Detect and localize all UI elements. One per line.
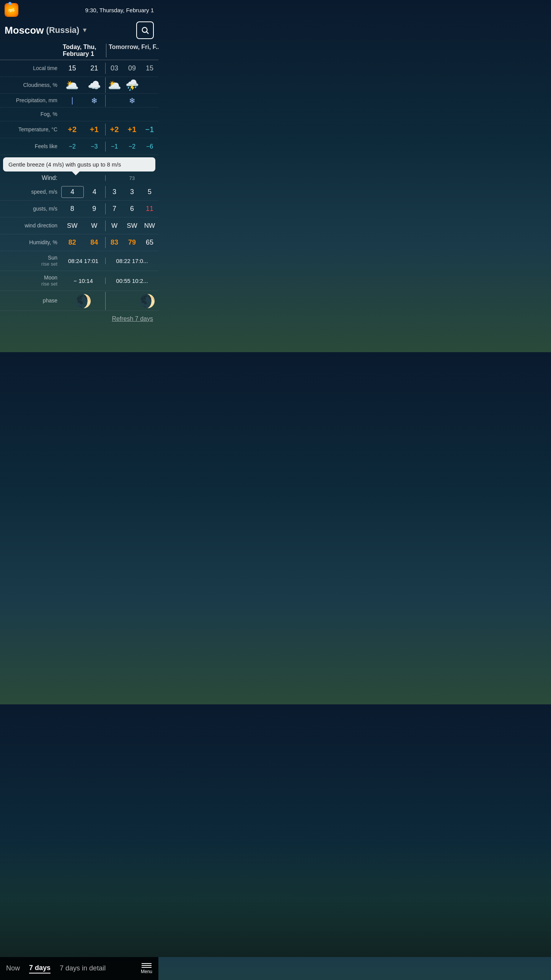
country-name: (Russia)	[46, 25, 80, 35]
fog-label: Fog, %	[0, 111, 61, 118]
wind-tooltip: Gentle breeze (4 m/s) with gusts up to 8…	[3, 157, 155, 172]
dir-today-2: W	[83, 220, 106, 231]
sun-today: 08:24 17:01	[68, 258, 98, 264]
humidity-row: Humidity, % 82 84 83 79 65	[0, 234, 158, 251]
humid-tomorrow-1: 83	[106, 237, 123, 248]
precipitation-label: Precipitation, mm	[0, 97, 61, 104]
precip-tomorrow-3	[141, 95, 158, 107]
fog-row: Fog, %	[0, 108, 158, 121]
humid-today-2: 84	[83, 237, 106, 248]
wind-section-label: Wind:	[42, 175, 57, 181]
temperature-row: Temperature, °C +2 +1 +2 +1 −1	[0, 121, 158, 138]
app-logo: rp5	[5, 3, 18, 17]
precip-tomorrow-2: ❄	[123, 95, 141, 107]
moon-today: − 10:14	[73, 278, 93, 284]
tooltip-container: Gentle breeze (4 m/s) with gusts up to 8…	[0, 155, 158, 172]
cloud-tomorrow-2: ⛈️	[123, 77, 141, 93]
feels-tomorrow-2: −2	[123, 142, 141, 152]
phase-today: 🌒	[61, 292, 105, 310]
feels-tomorrow-3: −6	[141, 142, 158, 152]
humidity-label: Humidity, %	[0, 239, 61, 246]
dropdown-arrow-icon[interactable]: ▼	[82, 27, 88, 34]
feels-today-1: −2	[61, 142, 83, 152]
sun-tomorrow: 08:22 17:0...	[116, 258, 148, 264]
humid-tomorrow-2: 79	[123, 237, 141, 248]
time-today-2: 21	[83, 63, 106, 74]
time-today-1: 15	[61, 63, 83, 74]
speed-today-1: 4	[61, 186, 84, 198]
precip-today-2: ❄	[83, 95, 106, 107]
moon-phase-row: phase 🌒 🌒	[0, 291, 158, 311]
local-time-label: Local time	[0, 65, 61, 72]
dir-tomorrow-3: NW	[141, 220, 158, 231]
gusts-today-1: 8	[61, 203, 83, 214]
speed-tomorrow-3: 5	[141, 186, 158, 198]
precip-tomorrow-1	[106, 95, 123, 107]
speed-tomorrow-2: 3	[123, 186, 141, 198]
moon-row: Moon rise set − 10:14 00:55 10:2...	[0, 271, 158, 291]
temp-tomorrow-2: +1	[123, 124, 141, 136]
humidity-tomorrow-col3: 73	[129, 175, 135, 181]
status-time: 9:30, Thursday, February 1	[85, 7, 154, 13]
temp-tomorrow-3: −1	[141, 124, 158, 136]
temp-tomorrow-1: +2	[106, 124, 123, 136]
moon-label: Moon rise set	[0, 275, 61, 287]
gusts-tomorrow-3: 11	[141, 203, 158, 214]
local-time-row: Local time 15 21 03 09 15	[0, 60, 158, 77]
dir-tomorrow-2: SW	[123, 220, 141, 231]
feels-today-2: −3	[83, 142, 106, 152]
dir-tomorrow-1: W	[106, 220, 123, 231]
temp-today-1: +2	[61, 124, 83, 136]
humid-today-1: 82	[61, 237, 83, 248]
header: Moscow (Russia) ▼	[0, 18, 158, 44]
cloud-tomorrow-3	[141, 77, 158, 93]
moon-phase-label: phase	[0, 297, 61, 304]
wind-speed-row: speed, m/s 4 4 3 3 5	[0, 184, 158, 201]
moon-tomorrow: 00:55 10:2...	[116, 278, 148, 284]
gusts-tomorrow-2: 6	[123, 203, 141, 214]
feels-like-row: Feels like −2 −3 −1 −2 −6	[0, 138, 158, 155]
cloud-today-2: ☁️	[83, 77, 106, 93]
precipitation-row: Precipitation, mm | ❄ ❄	[0, 94, 158, 108]
weather-data-section: Local time 15 21 03 09 15 Cloudiness, % …	[0, 60, 158, 311]
gusts-today-2: 9	[83, 203, 106, 214]
cloud-today-1: 🌥️	[61, 77, 83, 93]
city-name: Moscow	[5, 24, 44, 36]
today-header: Today, Thu, February 1	[61, 44, 105, 57]
cloudiness-label: Cloudiness, %	[0, 82, 61, 88]
search-button[interactable]	[136, 21, 154, 39]
gusts-label: gusts, m/s	[0, 205, 61, 212]
speed-tomorrow-1: 3	[106, 186, 123, 198]
refresh-row: Refresh 7 days	[0, 311, 158, 325]
time-tomorrow-1: 03	[106, 63, 123, 74]
speed-today-2: 4	[84, 186, 106, 198]
precip-today-1: |	[61, 95, 83, 107]
tomorrow-header: Tomorrow, Fri, F...	[107, 44, 158, 57]
wind-direction-row: wind direction SW W W SW NW	[0, 217, 158, 234]
status-bar: rp5 9:30, Thursday, February 1	[0, 0, 158, 18]
temperature-label: Temperature, °C	[0, 126, 61, 133]
feels-tomorrow-1: −1	[106, 142, 123, 152]
sun-row: Sun rise set 08:24 17:01 08:22 17:0...	[0, 251, 158, 271]
phase-tomorrow: 🌒	[139, 293, 155, 309]
location-title[interactable]: Moscow (Russia) ▼	[5, 24, 88, 36]
wind-direction-label: wind direction	[0, 222, 61, 229]
humid-tomorrow-3: 65	[141, 237, 158, 248]
time-tomorrow-2: 09	[123, 63, 141, 74]
search-icon	[141, 26, 149, 34]
svg-point-0	[142, 28, 147, 33]
temp-today-2: +1	[83, 124, 106, 136]
dir-today-1: SW	[61, 220, 83, 231]
gusts-tomorrow-1: 7	[106, 203, 123, 214]
svg-line-1	[147, 32, 148, 34]
cloud-tomorrow-1: 🌥️	[106, 77, 123, 93]
gusts-row: gusts, m/s 8 9 7 6 11	[0, 201, 158, 217]
feels-like-label: Feels like	[0, 143, 61, 150]
cloudiness-row: Cloudiness, % 🌥️ ☁️ 🌥️ ⛈️	[0, 77, 158, 94]
time-tomorrow-3: 15	[141, 63, 158, 74]
sun-label: Sun rise set	[0, 255, 61, 267]
refresh-button[interactable]: Refresh 7 days	[112, 315, 153, 322]
wind-speed-label: speed, m/s	[0, 188, 61, 195]
